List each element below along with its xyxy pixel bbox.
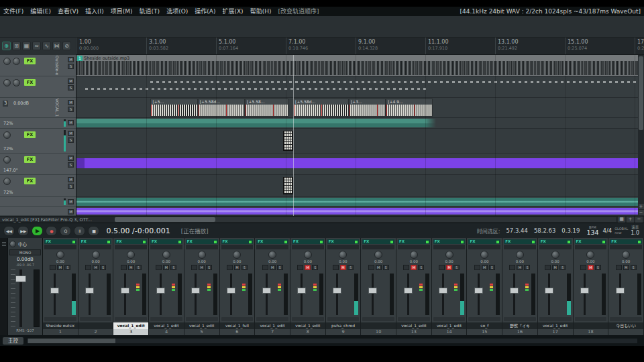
mute-button[interactable]: M [68,78,74,84]
fader-cap[interactable] [368,288,377,294]
fx-button[interactable]: FX [24,79,36,86]
route-button[interactable] [186,317,218,321]
fx-slot[interactable]: FX [80,239,112,244]
fx-slot-empty[interactable] [433,245,466,249]
play-cursor[interactable] [293,55,294,216]
strip-name[interactable]: Sheside outsic [43,322,78,329]
record-button[interactable]: ● [46,226,57,236]
track-lane[interactable] [76,207,638,215]
fx-enable-led[interactable] [320,241,323,243]
vocal_1_full[interactable]: FX 0.00 M S vocal_1_full 6 [220,238,256,335]
solo-button[interactable]: S [383,265,389,270]
route-button[interactable] [468,317,500,321]
playback-position[interactable]: 0.5.00 /-0:00.001 [106,227,170,235]
solo-button[interactable]: S [206,265,212,270]
mute-button[interactable]: M [376,265,382,270]
menu-item[interactable]: 文件(F) [0,7,27,16]
fx-slot[interactable]: FX [433,239,466,244]
selection-start[interactable]: 57.3.44 [506,227,527,234]
go-to-end-button[interactable]: ▶▶ [17,226,29,236]
fx-slot[interactable]: FX [292,239,324,244]
puha_chrod[interactable]: FX 0.00 M S puha_chrod 9 [326,238,362,335]
fader-zone[interactable] [184,272,219,316]
fader-zone[interactable] [290,272,325,316]
fx-slot-empty[interactable] [539,245,572,249]
audio-item[interactable] [76,198,638,206]
fx-slot-empty[interactable] [504,245,536,249]
fader-cap[interactable] [156,288,165,294]
route-button[interactable] [80,317,112,321]
vertical-scrollbar-thumb[interactable] [639,56,643,130]
fx-enable-led[interactable] [284,241,287,243]
fx-slot[interactable]: FX [575,239,607,244]
vzoom-in-icon[interactable]: + [639,204,644,209]
fx-button[interactable]: FX [24,58,36,64]
track-panel[interactable]: FX 1 Outside-o M S [0,55,76,76]
fx-button[interactable]: FX [24,131,36,138]
strip-name[interactable]: vocal_1_edit [113,322,148,329]
phase-button[interactable] [439,265,445,270]
fader-zone[interactable] [361,272,396,316]
menu-item[interactable]: 扩展(X) [219,7,246,16]
master-fader-cap[interactable] [15,276,26,282]
fader-zone[interactable] [467,272,502,316]
hzoom-out-icon[interactable]: − [635,217,643,223]
mute-button[interactable]: M [270,265,276,270]
phase-button[interactable] [580,265,586,270]
selection-end[interactable]: 58.2.63 [534,227,555,234]
horizontal-scrollbar-thumb[interactable] [115,217,215,222]
fader-zone[interactable] [113,272,148,316]
fx-enable-led[interactable] [107,241,110,243]
volume-fader[interactable] [442,274,444,315]
pan-knob[interactable] [445,251,453,259]
vzoom-out-icon[interactable]: − [639,210,644,215]
envelope-icon[interactable]: ∿ [42,42,51,50]
fx-slot-empty[interactable] [44,245,76,249]
mute-button[interactable]: M [340,265,346,270]
fx-slot-empty[interactable] [327,245,360,249]
mute-button[interactable]: M [552,265,558,270]
track-lane[interactable] [76,175,638,196]
phase-button[interactable] [403,265,409,270]
phase-button[interactable] [191,265,197,270]
phase-button[interactable] [227,265,233,270]
menu-item[interactable]: 帮助(H) [247,7,275,16]
volume-knob[interactable] [3,79,11,86]
fx-slot[interactable]: FX [398,239,430,244]
fader-zone[interactable] [326,272,361,316]
solo-button[interactable]: S [489,265,495,270]
pan-knob[interactable] [198,251,206,259]
menu-item[interactable]: 编辑(E) [27,7,54,16]
volume-fader[interactable] [89,274,91,315]
go-to-start-button[interactable]: ◀◀ [3,226,15,236]
midi-item[interactable]: [+5.58d... [198,99,245,117]
fx-slot-empty[interactable] [575,245,607,249]
mute-button[interactable]: M [623,265,629,270]
dock-tab-master[interactable]: 主控 [3,337,23,345]
midi-item[interactable]: [+3... [349,99,386,117]
pan-knob[interactable] [339,251,347,259]
solo-button[interactable]: S [68,64,74,69]
fx-enable-led[interactable] [532,241,535,243]
solo-button[interactable]: S [347,265,354,270]
timeline-ruler[interactable]: 1.00 0:00.000 3.1.00 0:03.582 5.1.00 0:0… [76,38,644,55]
midi-item[interactable]: [+5.58... [245,99,288,117]
solo-button[interactable]: S [68,162,74,168]
phase-button[interactable] [297,265,303,270]
arrange-lanes[interactable]: 1 Sheside outside.mp3 [+5... [+5.58d... [76,55,638,216]
mute-button[interactable]: M [411,265,417,270]
so_f[interactable]: FX 0.00 M S so_f 15 [467,238,502,335]
track-panel[interactable]: FX 2 M S [0,76,76,97]
solo-button[interactable]: S [418,265,424,270]
track-panel[interactable]: FX 72% M S [0,118,76,128]
master-fader-zone[interactable] [9,268,41,328]
fader-cap[interactable] [333,288,341,294]
route-button[interactable] [362,317,394,321]
fx-slot[interactable]: FX [221,239,254,244]
fx-slot[interactable]: FX [44,239,76,244]
fader-cap[interactable] [580,288,589,294]
vocal_1_edit[interactable]: FX 0.00 M S vocal_1_edit 8 [290,238,326,335]
volume-knob[interactable] [3,156,11,164]
phase-button[interactable] [474,265,480,270]
hzoom-in-icon[interactable]: + [627,217,634,223]
